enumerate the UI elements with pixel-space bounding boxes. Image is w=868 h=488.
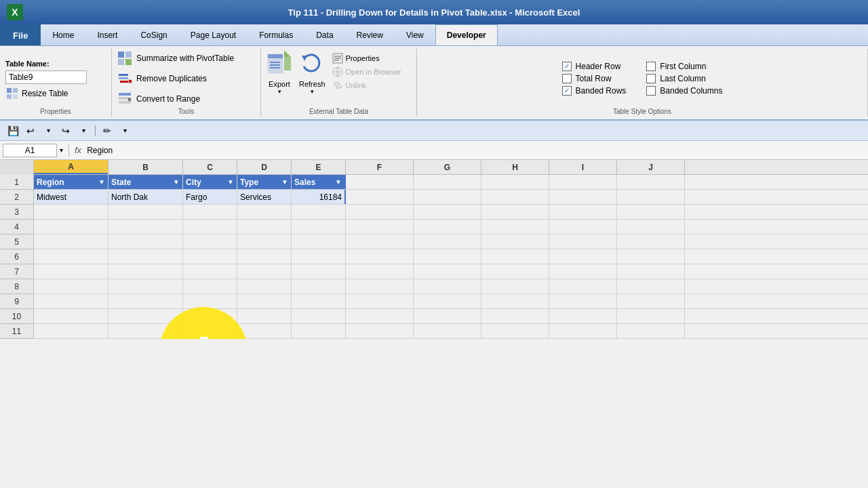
banded-columns-label: Banded Columns (660, 86, 722, 96)
col-header-b[interactable]: B (108, 160, 183, 174)
draw-button[interactable]: ✏ (100, 123, 115, 138)
banded-columns-check (646, 86, 656, 96)
row-header-11[interactable]: 11 (0, 324, 34, 339)
header-row-check: ✓ (562, 62, 572, 71)
resize-table-button[interactable]: Resize Table (5, 87, 68, 100)
undo-arrow[interactable]: ▾ (41, 123, 56, 138)
redo-button[interactable]: ↪ (58, 123, 73, 138)
cell-d2[interactable]: Services (237, 190, 292, 204)
row-header-3[interactable]: 3 (0, 205, 34, 220)
name-box[interactable] (3, 144, 57, 157)
table-name-input[interactable] (5, 70, 87, 84)
summarize-pivottable-button[interactable]: Summarize with PivotTable (117, 49, 234, 67)
tab-cosign[interactable]: CoSign (129, 24, 178, 45)
col-header-a[interactable]: A (34, 160, 108, 174)
cell-c1[interactable]: City▼ (183, 175, 237, 189)
cell-b2[interactable]: North Dak (108, 190, 183, 204)
row-header-6[interactable]: 6 (0, 249, 34, 264)
row-header-7[interactable]: 7 (0, 264, 34, 279)
cell-h1[interactable] (481, 175, 549, 189)
tab-formulas[interactable]: Formulas (248, 24, 304, 45)
last-column-checkbox[interactable]: Last Column (646, 74, 722, 83)
svg-rect-1 (13, 88, 18, 93)
banded-rows-checkbox[interactable]: ✓ Banded Rows (562, 86, 627, 96)
tab-insert[interactable]: Insert (85, 24, 129, 45)
tab-review[interactable]: Review (345, 24, 395, 45)
cell-a2[interactable]: Midwest (34, 190, 108, 204)
svg-rect-7 (125, 59, 132, 65)
col-header-e[interactable]: E (292, 160, 346, 174)
cell-h2[interactable] (481, 190, 549, 204)
first-column-checkbox[interactable]: First Column (646, 62, 722, 71)
row-header-1[interactable]: 1 (0, 175, 34, 190)
table-row (34, 235, 868, 249)
export-button[interactable]: Export ▾ (267, 49, 292, 95)
col-header-d[interactable]: D (237, 160, 292, 174)
row-headers: 1 2 3 4 5 6 7 8 9 10 11 (0, 175, 34, 339)
properties-group-label: Properties (5, 108, 106, 117)
svg-rect-6 (118, 59, 124, 65)
cell-i2[interactable] (549, 190, 617, 204)
resize-icon (5, 87, 19, 100)
cell-e1[interactable]: Sales▼ (292, 175, 346, 189)
cell-g2[interactable] (414, 190, 481, 204)
tab-developer[interactable]: Developer (435, 24, 498, 45)
redo-arrow[interactable]: ▾ (76, 123, 91, 138)
cell-a3[interactable] (34, 205, 108, 219)
export-icon (267, 49, 292, 80)
last-column-check (646, 74, 656, 83)
tab-page-layout[interactable]: Page Layout (179, 24, 248, 45)
svg-rect-8 (119, 74, 128, 76)
cell-d1[interactable]: Type▼ (237, 175, 292, 189)
total-row-label: Total Row (576, 74, 612, 83)
cell-i1[interactable] (549, 175, 617, 189)
cell-g1[interactable] (414, 175, 481, 189)
formula-input[interactable] (87, 146, 865, 155)
refresh-button[interactable]: Refresh ▾ (299, 49, 326, 95)
col-header-c[interactable]: C (183, 160, 237, 174)
col-header-f[interactable]: F (346, 160, 414, 174)
table-row (34, 309, 868, 324)
open-browser-label: Open in Browser (346, 68, 401, 76)
tab-file[interactable]: File (0, 24, 41, 45)
formula-bar: ▾ fx (0, 141, 868, 160)
col-header-g[interactable]: G (414, 160, 481, 174)
cell-f2[interactable] (346, 190, 414, 204)
tools-group-label: Tools (117, 108, 255, 117)
undo-button[interactable]: ↩ (23, 123, 38, 138)
cell-j2[interactable] (617, 190, 685, 204)
remove-duplicates-button[interactable]: Remove Duplicates (117, 70, 207, 87)
row-header-2[interactable]: 2 (0, 190, 34, 205)
properties-button[interactable]: Properties (332, 53, 401, 64)
row-header-4[interactable]: 4 (0, 220, 34, 235)
total-row-checkbox[interactable]: Total Row (562, 74, 627, 83)
col-header-h[interactable]: H (481, 160, 549, 174)
name-box-dropdown[interactable]: ▾ (60, 146, 63, 154)
save-button[interactable]: 💾 (5, 123, 20, 138)
cell-c2[interactable]: Fargo (183, 190, 237, 204)
col-header-j[interactable]: J (617, 160, 685, 174)
table-row (34, 294, 868, 309)
cell-b1[interactable]: State▼ (108, 175, 183, 189)
cell-j1[interactable] (617, 175, 685, 189)
banded-columns-checkbox[interactable]: Banded Columns (646, 86, 722, 96)
svg-rect-9 (119, 77, 128, 79)
col-header-i[interactable]: I (549, 160, 617, 174)
tab-data[interactable]: Data (304, 24, 344, 45)
cell-f1[interactable] (346, 175, 414, 189)
cell-a1[interactable]: Region▼ (34, 175, 108, 189)
tab-home[interactable]: Home (41, 24, 85, 45)
first-column-label: First Column (660, 62, 706, 71)
tab-view[interactable]: View (395, 24, 435, 45)
table-row (34, 249, 868, 264)
row-header-8[interactable]: 8 (0, 279, 34, 294)
draw-arrow[interactable]: ▾ (117, 123, 132, 138)
cell-e2[interactable]: 16184 (292, 190, 346, 204)
header-row-checkbox[interactable]: ✓ Header Row (562, 62, 627, 71)
row-header-5[interactable]: 5 (0, 235, 34, 249)
convert-to-range-button[interactable]: Convert to Range (117, 90, 200, 108)
group-properties: Table Name: Resize Table Properties (0, 49, 112, 117)
svg-rect-2 (7, 94, 12, 99)
row-header-9[interactable]: 9 (0, 294, 34, 309)
row-header-10[interactable]: 10 (0, 309, 34, 324)
